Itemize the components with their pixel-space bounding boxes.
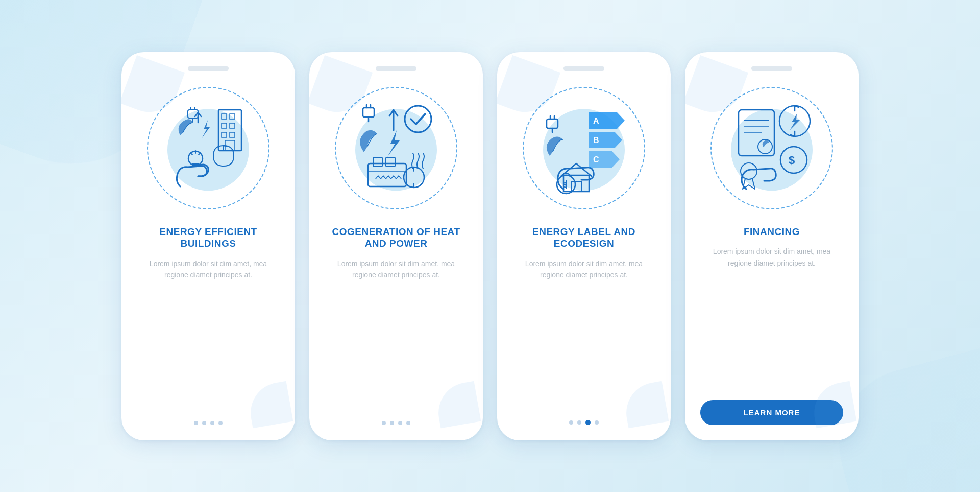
svg-point-11 xyxy=(405,106,431,132)
svg-marker-13 xyxy=(387,130,400,157)
dot-1-3 xyxy=(210,421,214,425)
svg-rect-15 xyxy=(373,157,382,167)
energy-label-icon: A B C xyxy=(533,97,635,199)
svg-text:B: B xyxy=(593,136,599,145)
card-1-title: ENERGY EFFICIENT BUILDINGS xyxy=(137,226,280,250)
card-2-title: COGENERATION OF HEAT AND POWER xyxy=(325,226,468,250)
svg-text:A: A xyxy=(593,116,599,125)
phone-notch-3 xyxy=(564,66,604,71)
card-4-title: FINANCING xyxy=(744,226,800,238)
phone-icon-area-4: $ xyxy=(705,82,838,215)
dot-2-4 xyxy=(406,421,410,425)
card-3-dots xyxy=(569,420,599,425)
phone-notch-2 xyxy=(376,66,416,71)
svg-rect-19 xyxy=(564,175,589,192)
svg-rect-5 xyxy=(230,123,235,128)
dot-3-2 xyxy=(577,420,581,425)
card-3-body: Lorem ipsum dolor sit dim amet, mea regi… xyxy=(512,258,655,412)
svg-text:C: C xyxy=(593,155,599,164)
cogeneration-icon xyxy=(345,97,447,199)
phone-card-3: A B C xyxy=(497,52,671,440)
phone-card-1: ENERGY EFFICIENT BUILDINGS Lorem ipsum d… xyxy=(121,52,295,440)
svg-marker-9 xyxy=(202,120,210,138)
card-4-body: Lorem ipsum dolor sit dim amet, mea regi… xyxy=(700,246,843,390)
phone-icon-area-3: A B C xyxy=(518,82,650,215)
svg-rect-3 xyxy=(230,114,235,119)
phone-card-2: COGENERATION OF HEAT AND POWER Lorem ips… xyxy=(309,52,483,440)
energy-buildings-icon xyxy=(157,97,259,199)
svg-rect-4 xyxy=(222,123,227,128)
svg-rect-16 xyxy=(386,157,395,167)
dot-2-3 xyxy=(398,421,402,425)
phone-notch-1 xyxy=(188,66,229,71)
card-1-body: Lorem ipsum dolor sit dim amet, mea regi… xyxy=(137,258,280,413)
phone-notch-4 xyxy=(751,66,792,71)
card-2-body: Lorem ipsum dolor sit dim amet, mea regi… xyxy=(325,258,468,413)
svg-text:$: $ xyxy=(563,181,567,189)
svg-rect-27 xyxy=(547,119,558,128)
card-1-dots xyxy=(194,421,223,425)
svg-rect-12 xyxy=(363,108,374,117)
dot-2-1 xyxy=(382,421,386,425)
dot-3-3 xyxy=(585,420,591,425)
svg-point-39 xyxy=(741,163,757,179)
svg-rect-2 xyxy=(222,114,227,119)
card-3-title: ENERGY LABEL AND ECODESIGN xyxy=(512,226,655,250)
phone-icon-area-2 xyxy=(330,82,462,215)
svg-rect-6 xyxy=(222,132,227,137)
dot-1-2 xyxy=(202,421,206,425)
dot-1-4 xyxy=(218,421,223,425)
svg-marker-36 xyxy=(790,114,800,130)
phone-icon-area-1 xyxy=(142,82,275,215)
dot-2-2 xyxy=(390,421,394,425)
svg-rect-30 xyxy=(739,110,774,156)
dot-3-1 xyxy=(569,420,573,425)
financing-icon: $ xyxy=(721,97,823,199)
svg-text:$: $ xyxy=(789,154,795,167)
dot-1-1 xyxy=(194,421,198,425)
dot-3-4 xyxy=(595,420,599,425)
phone-card-4: $ FINANCING Lorem ipsum dolor sit dim am… xyxy=(685,52,859,440)
phones-container: ENERGY EFFICIENT BUILDINGS Lorem ipsum d… xyxy=(121,52,859,440)
card-2-dots xyxy=(382,421,410,425)
svg-rect-7 xyxy=(230,132,235,137)
learn-more-button[interactable]: LEARN MORE xyxy=(700,400,843,425)
